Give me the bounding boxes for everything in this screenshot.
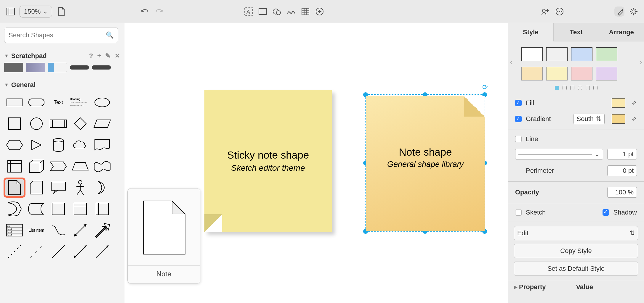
add-icon[interactable] <box>315 7 325 17</box>
shape-curve[interactable] <box>48 221 69 240</box>
shape-internal-storage[interactable] <box>4 157 25 176</box>
style-swatch[interactable] <box>546 67 568 80</box>
eyedropper-icon[interactable]: ✐ <box>632 99 637 107</box>
shadow-checkbox[interactable] <box>603 209 609 216</box>
panels-icon[interactable] <box>5 7 15 17</box>
note-shape[interactable]: Note shape General shape library <box>366 96 485 231</box>
shape-process[interactable] <box>48 114 69 133</box>
shape-text[interactable]: Text <box>48 93 69 112</box>
tab-arrange[interactable]: Arrange <box>599 23 644 41</box>
tab-style[interactable]: Style <box>508 23 554 41</box>
swatch-prev-icon[interactable]: ‹ <box>510 57 512 67</box>
shape-heading[interactable]: HeadingLorem ipsum dolor sit amet consec… <box>70 93 91 112</box>
shape-list[interactable]: ListItem 1Item 2Item 3 <box>4 221 25 240</box>
rotate-handle-icon[interactable]: ⟳ <box>482 83 488 91</box>
sketch-checkbox[interactable] <box>515 209 522 216</box>
shape-parallelogram[interactable] <box>92 114 113 133</box>
default-style-button[interactable]: Set as Default Style <box>514 262 638 276</box>
shape-tape[interactable] <box>92 157 113 176</box>
shape-arrow-line[interactable] <box>92 242 113 261</box>
shape-hexagon[interactable] <box>4 136 25 154</box>
shape-step[interactable] <box>48 157 69 176</box>
page-dot[interactable] <box>563 86 567 90</box>
page-dot[interactable] <box>555 86 559 90</box>
text-tool-icon[interactable]: A <box>243 7 254 17</box>
shape-arrow-thick[interactable] <box>92 221 113 240</box>
rectangle-tool-icon[interactable] <box>258 7 268 17</box>
edit-scratch-icon[interactable]: ✎ <box>105 52 110 60</box>
page-dot[interactable] <box>586 86 590 90</box>
shape-cube[interactable] <box>26 157 47 176</box>
search-input-field[interactable] <box>9 31 106 39</box>
share-icon[interactable] <box>540 7 550 17</box>
scratch-item[interactable] <box>26 63 45 72</box>
scratch-item[interactable] <box>92 65 111 70</box>
redo-icon[interactable] <box>154 7 164 17</box>
line-checkbox[interactable] <box>515 136 522 142</box>
fill-checkbox[interactable] <box>515 100 522 106</box>
shape-moon[interactable] <box>92 178 113 197</box>
shape-or[interactable] <box>4 199 25 218</box>
new-page-icon[interactable] <box>56 7 66 17</box>
table-tool-icon[interactable] <box>300 7 310 17</box>
shape-bidir-arrow[interactable] <box>70 221 91 240</box>
page-dot[interactable] <box>593 86 597 90</box>
shape-triangle[interactable] <box>26 136 47 154</box>
tab-text[interactable]: Text <box>554 23 599 41</box>
shape-rect[interactable] <box>4 93 25 112</box>
page-dot[interactable] <box>578 86 582 90</box>
page-dot[interactable] <box>570 86 574 90</box>
style-swatch[interactable] <box>546 47 568 61</box>
scratch-item[interactable] <box>4 63 23 72</box>
shape-document[interactable] <box>92 136 113 154</box>
shape-cloud[interactable] <box>70 136 91 154</box>
edit-style-dropdown[interactable]: Edit⇅ <box>514 226 638 240</box>
sticky-note-shape[interactable]: Sticky note shape Sketch editor theme <box>204 90 332 232</box>
fill-color-swatch[interactable] <box>612 98 625 108</box>
gradient-color-swatch[interactable] <box>612 114 625 124</box>
opacity-field[interactable]: 100 % <box>607 187 637 198</box>
theme-icon[interactable] <box>614 7 624 17</box>
more-icon[interactable] <box>555 7 565 17</box>
style-swatch[interactable] <box>571 47 592 61</box>
canvas-area[interactable]: Sticky note shape Sketch editor theme ⟳ … <box>124 23 508 303</box>
shape-frame[interactable] <box>70 199 91 218</box>
scratchpad-header[interactable]: ▼ Scratchpad ? + ✎ ✕ <box>4 52 120 60</box>
shape-list-item[interactable]: List Item <box>26 221 47 240</box>
style-swatch[interactable] <box>571 67 592 80</box>
eyedropper-icon[interactable]: ✐ <box>632 115 637 123</box>
shape-square[interactable] <box>4 114 25 133</box>
brightness-icon[interactable] <box>629 7 639 17</box>
shape-line[interactable] <box>48 242 69 261</box>
shape-card[interactable] <box>26 178 47 197</box>
style-swatch[interactable] <box>596 67 617 80</box>
search-shapes-input[interactable]: 🔍 <box>4 27 118 43</box>
shape-cylinder[interactable] <box>48 136 69 154</box>
gradient-direction-dropdown[interactable]: South⇅ <box>573 114 605 124</box>
shape-callout[interactable] <box>48 178 69 197</box>
close-scratch-icon[interactable]: ✕ <box>115 52 120 60</box>
shape-diamond[interactable] <box>70 114 91 133</box>
ellipse-tool-icon[interactable] <box>272 7 282 17</box>
scratch-item[interactable] <box>70 65 89 70</box>
undo-icon[interactable] <box>140 7 150 17</box>
caret-right-icon[interactable]: ▸ <box>514 283 517 291</box>
style-swatch[interactable] <box>521 47 543 61</box>
scratch-item[interactable] <box>48 63 67 72</box>
style-swatch[interactable] <box>596 47 617 61</box>
general-header[interactable]: ▼ General <box>4 81 120 89</box>
shape-container[interactable] <box>48 199 69 218</box>
line-width-field[interactable]: 1 pt <box>607 149 637 159</box>
shape-round-rect[interactable] <box>26 93 47 112</box>
freehand-tool-icon[interactable] <box>286 7 296 17</box>
line-style-dropdown[interactable]: ⌄ <box>515 149 603 159</box>
shape-circle[interactable] <box>26 114 47 133</box>
shape-data-storage[interactable] <box>26 199 47 218</box>
shape-note-highlighted[interactable] <box>4 178 25 197</box>
shape-bidir-line[interactable] <box>70 242 91 261</box>
shape-ellipse[interactable] <box>92 93 113 112</box>
perimeter-field[interactable]: 0 pt <box>607 165 637 176</box>
style-swatch[interactable] <box>521 67 543 80</box>
shape-trapezoid[interactable] <box>70 157 91 176</box>
shape-actor[interactable] <box>70 178 91 197</box>
